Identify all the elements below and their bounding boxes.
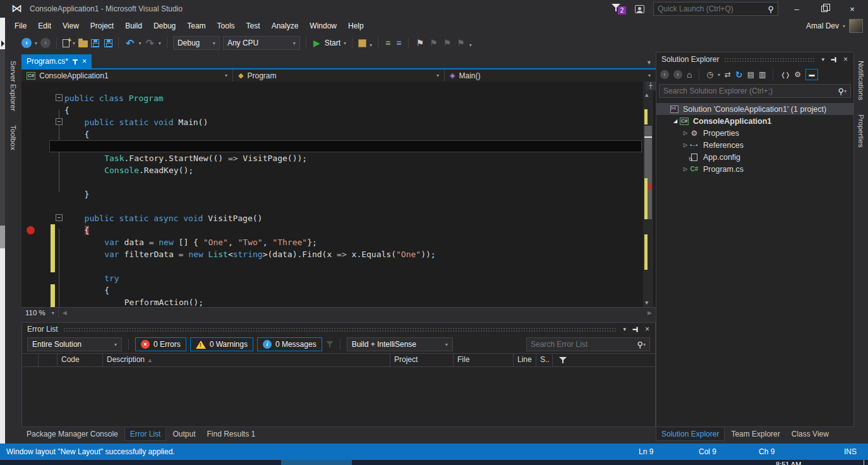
undo-button[interactable]: ↶ [124,37,135,49]
column-header-blank[interactable] [39,353,57,367]
refresh-icon[interactable]: ↻ [735,69,743,80]
start-debug-icon[interactable]: ▶ [312,38,322,48]
redo-dropdown-icon[interactable]: ▾ [159,40,161,46]
column-header-project[interactable]: Project [390,353,454,367]
navigate-next-in-files-button[interactable]: ≡ [395,38,402,48]
error-list-search-box[interactable]: ⚲ ▾ [526,337,650,351]
errors-filter-button[interactable]: × 0 Errors [135,337,186,351]
tool-tab-properties[interactable]: Properties [857,112,865,150]
solution-explorer-header[interactable]: Solution Explorer ▾ × [656,52,853,66]
close-panel-icon[interactable]: × [841,55,850,64]
drag-handle[interactable] [724,57,814,63]
navigate-forward-button[interactable]: › [40,38,51,48]
pin-tab-icon[interactable] [73,58,78,65]
back-button[interactable]: ‹ [660,70,669,79]
code-line[interactable]: −public static async void VisitPage() [21,212,642,224]
view-code-icon[interactable]: ❬❭ [780,71,790,78]
preview-selected-items-button[interactable]: ▬ [805,69,818,80]
menu-item-window[interactable]: Window [304,19,342,33]
column-header-line[interactable]: Line [514,353,536,367]
menu-item-file[interactable]: File [9,19,32,33]
document-list-dropdown-icon[interactable]: ▼ [646,59,652,66]
column-header-blank[interactable] [22,353,39,367]
panel-splitter[interactable] [21,318,656,322]
scroll-down-icon[interactable]: ▼ [645,299,648,306]
code-line[interactable] [21,176,642,188]
solution-explorer-search-box[interactable]: ⚲ ▾ [659,84,851,98]
project-dropdown[interactable]: C# ConsoleApplication1 ▾ [21,69,233,82]
tree-item-references[interactable]: ▷▪‒▪References [656,139,853,151]
zoom-level-combo[interactable]: 110 %▾ [21,308,59,318]
close-panel-icon[interactable]: × [643,325,651,334]
code-line[interactable]: } [21,188,642,200]
expander-icon[interactable]: ▷ [682,130,689,136]
editor-vertical-scrollbar[interactable]: ▲ ▼ [643,82,653,307]
code-line[interactable]: PerformAction(); [21,296,642,307]
panel-tab-package-manager-console[interactable]: Package Manager Console [21,428,123,440]
code-line[interactable]: var data = new [] { "One", "Two", "Three… [21,236,642,248]
undo-dropdown-icon[interactable]: ▾ [138,40,141,46]
menu-item-edit[interactable]: Edit [32,19,57,33]
code-line[interactable]: Console.ReadKey(); [21,164,642,176]
code-line[interactable]: Task.Factory.StartNew(() => VisitPage())… [21,152,642,164]
error-list-header[interactable]: Error List ▾ × [22,323,655,335]
column-filter-icon[interactable] [559,357,567,364]
search-dropdown-icon[interactable]: ▾ [844,88,847,94]
menu-item-build[interactable]: Build [119,19,148,33]
bookmarks-overflow-icon[interactable]: ▾ [469,42,472,48]
properties-pages-icon[interactable]: ▥ [759,70,766,79]
navigate-backward-dropdown-icon[interactable]: ▾ [35,40,37,46]
panel-tab-output[interactable]: Output [167,428,200,440]
scroll-left-icon[interactable]: ◀ [59,310,71,316]
code-line[interactable]: try [21,272,642,284]
properties-icon[interactable]: ⚙ [794,70,801,79]
restore-button[interactable] [815,4,834,14]
messages-filter-button[interactable]: i 0 Messages [257,337,322,351]
panel-tab-team-explorer[interactable]: Team Explorer [726,428,785,440]
new-file-dropdown-icon[interactable]: ▾ [73,40,75,46]
scroll-right-icon[interactable]: ▶ [644,310,656,316]
panel-tab-find-results-1[interactable]: Find Results 1 [202,428,260,440]
close-button[interactable]: × [843,4,862,14]
signed-in-user[interactable]: Amal Dev [806,21,839,30]
column-header-code[interactable]: Code [57,353,103,367]
user-dropdown-icon[interactable]: ▾ [843,23,845,29]
user-avatar[interactable] [849,19,863,33]
menu-item-team[interactable]: Team [181,19,211,33]
menu-item-tools[interactable]: Tools [212,19,241,33]
solution-platform-combo[interactable]: Any CPU▾ [223,36,300,50]
quick-launch-box[interactable]: ⚲ [653,2,778,16]
sync-with-active-document-icon[interactable]: ⇄ [725,70,731,79]
code-editor[interactable]: −public class Program{−public static voi… [21,82,656,307]
type-dropdown[interactable]: ◆ Program ▾ [233,69,445,82]
next-bookmark-button[interactable]: ⚑ [442,38,453,48]
show-indent-guides-button[interactable]: ≡ [384,38,392,48]
build-intellisense-combo[interactable]: Build + IntelliSense▾ [347,337,453,351]
attach-to-process-button[interactable] [358,39,366,47]
open-file-button[interactable] [78,40,88,47]
tab-program-cs[interactable]: Program.cs* × [21,54,92,68]
expander-icon[interactable]: ▷ [682,166,689,172]
code-line[interactable]: { [21,104,642,116]
toggle-bookmark-button[interactable]: ⚑ [414,38,425,48]
minimize-button[interactable]: – [787,4,806,14]
tree-item-consoleapplication1[interactable]: ◢C#ConsoleApplication1 [656,115,853,127]
menu-item-test[interactable]: Test [241,19,266,33]
tool-tab-notifications[interactable]: Notifications [857,58,865,103]
close-tab-icon[interactable]: × [82,57,87,66]
code-line[interactable] [21,260,642,272]
navigate-backward-button[interactable]: ‹ [21,38,32,48]
column-header-s-[interactable]: S.. [536,353,553,367]
menu-item-analyze[interactable]: Analyze [266,19,304,33]
notifications-button[interactable]: 2 [612,4,626,15]
menu-item-help[interactable]: Help [342,19,370,33]
window-position-dropdown-icon[interactable]: ▾ [621,326,628,332]
panel-tab-class-view[interactable]: Class View [787,428,834,440]
error-list-body[interactable] [22,367,655,426]
scroll-up-icon[interactable]: ▲ [645,92,648,98]
split-editor-handle[interactable]: ┼ [646,82,656,90]
solution-configuration-combo[interactable]: Debug▾ [173,36,220,50]
solution-explorer-search-input[interactable] [663,87,838,95]
column-header-file[interactable]: File [454,353,514,367]
save-button[interactable] [91,39,99,47]
